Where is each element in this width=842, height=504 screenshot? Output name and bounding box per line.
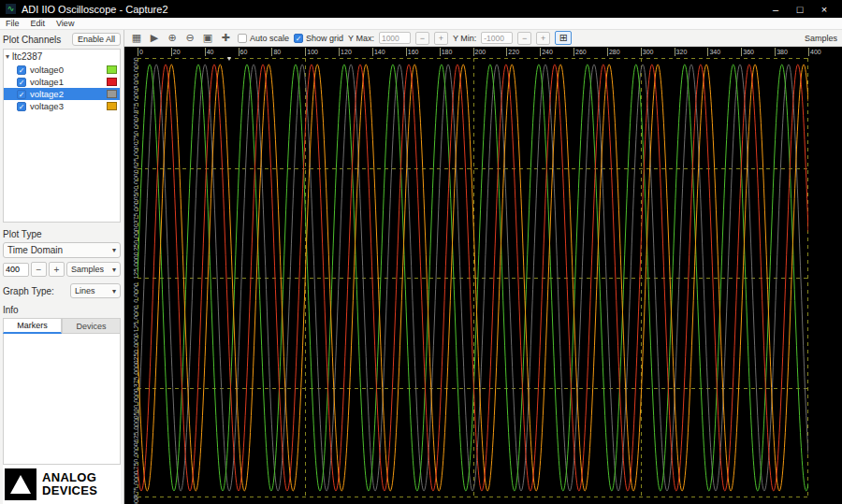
graph-type-dropdown[interactable]: Lines ▾ (70, 283, 121, 298)
waveform-canvas[interactable] (138, 58, 808, 497)
channel-color-swatch[interactable] (107, 65, 117, 74)
titlebar: ∿ ADI IIO Oscilloscope - Capture2 – □ × (0, 0, 842, 18)
plot-type-dropdown[interactable]: Time Domain ▾ (3, 242, 121, 258)
y-max-increment-button[interactable]: + (434, 32, 448, 45)
chevron-down-icon: ▾ (112, 287, 116, 295)
show-grid-label: Show grid (306, 34, 343, 43)
adi-triangle-icon (5, 468, 36, 500)
sample-unit-value: Samples (71, 265, 104, 274)
sample-count-input[interactable] (3, 263, 29, 277)
channel-label: voltage2 (30, 89, 103, 99)
plot-area[interactable]: 0204060801001201401601802002202402602803… (124, 47, 842, 504)
menubar: File Edit View (0, 18, 842, 30)
x-tick-label: 180 (440, 48, 453, 56)
x-tick-label: 260 (573, 48, 587, 56)
tab-devices[interactable]: Devices (62, 318, 121, 334)
info-label: Info (3, 305, 121, 315)
minimize-button[interactable]: – (763, 4, 788, 15)
menu-view[interactable]: View (56, 19, 74, 28)
channel-row-voltage3[interactable]: ✓voltage3 (4, 100, 120, 112)
channel-label: voltage3 (30, 101, 103, 111)
x-tick-label: 340 (707, 48, 720, 56)
zoom-out-icon[interactable]: ⊖ (182, 32, 197, 45)
window-title: ADI IIO Oscilloscope - Capture2 (22, 4, 758, 15)
channel-row-voltage0[interactable]: ✓voltage0 (4, 64, 120, 76)
device-row[interactable]: ▾ ltc2387 (4, 50, 120, 64)
chevron-down-icon: ▾ (112, 246, 116, 254)
channel-checkbox[interactable]: ✓ (17, 65, 26, 75)
plot-type-label: Plot Type (3, 229, 121, 239)
x-tick-label: 300 (641, 48, 654, 56)
x-tick-label: 320 (675, 48, 688, 56)
y-min-label: Y Min: (453, 34, 476, 43)
toolbar: ▦▶⊕⊖▣✚ Auto scale ✓ Show grid Y Max: − +… (124, 30, 842, 47)
checkbox-icon[interactable]: ✓ (294, 34, 303, 43)
graph-type-value: Lines (75, 286, 95, 295)
channel-color-swatch[interactable] (107, 102, 117, 110)
channel-row-voltage2[interactable]: ✓voltage2 (4, 88, 120, 100)
y-min-decrement-button[interactable]: − (517, 32, 531, 45)
capture-settings-icon[interactable]: ▦ (129, 32, 144, 45)
checkbox-icon[interactable] (238, 34, 247, 43)
y-max-input[interactable] (379, 32, 411, 44)
x-tick-label: 220 (506, 48, 519, 56)
menu-file[interactable]: File (6, 19, 20, 28)
maximize-button[interactable]: □ (788, 4, 812, 15)
channel-row-voltage1[interactable]: ✓voltage1 (4, 76, 120, 88)
x-tick-label: 400 (808, 48, 821, 56)
x-tick-label: 240 (540, 48, 553, 56)
samples-axis-label: Samples (805, 34, 837, 43)
x-tick-label: 140 (372, 48, 385, 56)
x-tick-label: 380 (775, 48, 788, 56)
x-tick-label: 100 (305, 48, 318, 56)
auto-scale-label: Auto scale (250, 34, 289, 43)
menu-edit[interactable]: Edit (31, 19, 46, 28)
channel-label: voltage0 (30, 65, 103, 75)
move-icon[interactable]: ✚ (218, 32, 233, 45)
y-min-increment-button[interactable]: + (536, 32, 550, 45)
logo-line2: DEVICES (42, 484, 97, 497)
info-panel (3, 334, 121, 465)
new-plot-button[interactable]: ⊞ (555, 31, 572, 45)
sample-count-increment-button[interactable]: + (49, 262, 65, 277)
x-tick-label: 160 (406, 48, 419, 56)
plot-type-value: Time Domain (7, 245, 63, 255)
play-icon[interactable]: ▶ (147, 32, 162, 45)
close-button[interactable]: × (812, 4, 836, 15)
x-tick-label: 360 (741, 48, 754, 56)
x-axis-ticks: 0204060801001201401601802002202402602803… (138, 48, 808, 57)
y-axis-ticks: 1000.0000875.0000750.0000625.0000500.000… (124, 58, 137, 497)
channel-tree: ▾ ltc2387 ✓voltage0✓voltage1✓voltage2✓vo… (3, 49, 121, 223)
chevron-down-icon: ▾ (112, 266, 116, 274)
channel-color-swatch[interactable] (107, 90, 117, 98)
trigger-marker-icon[interactable]: ▼ (226, 55, 233, 62)
y-min-input[interactable] (481, 32, 513, 44)
analog-devices-logo: ANALOG DEVICES (3, 465, 121, 504)
app-icon: ∿ (6, 4, 16, 14)
auto-scale-checkbox[interactable]: Auto scale (238, 34, 289, 43)
tab-markers[interactable]: Markers (3, 318, 62, 334)
channel-list: ✓voltage0✓voltage1✓voltage2✓voltage3 (4, 64, 120, 112)
channel-checkbox[interactable]: ✓ (17, 78, 26, 87)
y-max-decrement-button[interactable]: − (415, 32, 429, 45)
y-max-label: Y Max: (348, 34, 374, 43)
sample-unit-dropdown[interactable]: Samples ▾ (66, 262, 121, 277)
x-tick-label: 280 (607, 48, 620, 56)
channel-checkbox[interactable]: ✓ (17, 102, 26, 111)
new-plot-icon: ⊞ (559, 32, 568, 44)
sample-count-decrement-button[interactable]: − (31, 262, 47, 277)
channel-color-swatch[interactable] (107, 78, 117, 86)
enable-all-button[interactable]: Enable All (72, 33, 121, 46)
app-window: ∿ ADI IIO Oscilloscope - Capture2 – □ × … (0, 0, 842, 504)
device-name: ltc2387 (12, 51, 42, 62)
expander-icon[interactable]: ▾ (6, 52, 9, 61)
zoom-fit-icon[interactable]: ▣ (200, 32, 215, 45)
toolbar-icons: ▦▶⊕⊖▣✚ (129, 32, 233, 45)
sidebar: Plot Channels Enable All ▾ ltc2387 ✓volt… (0, 30, 124, 504)
show-grid-checkbox[interactable]: ✓ Show grid (294, 34, 343, 43)
channel-checkbox[interactable]: ✓ (17, 90, 26, 99)
zoom-in-icon[interactable]: ⊕ (165, 32, 180, 45)
plot-channels-label: Plot Channels (3, 35, 61, 45)
graph-type-label: Graph Type: (3, 286, 54, 296)
x-tick-label: 200 (473, 48, 486, 56)
